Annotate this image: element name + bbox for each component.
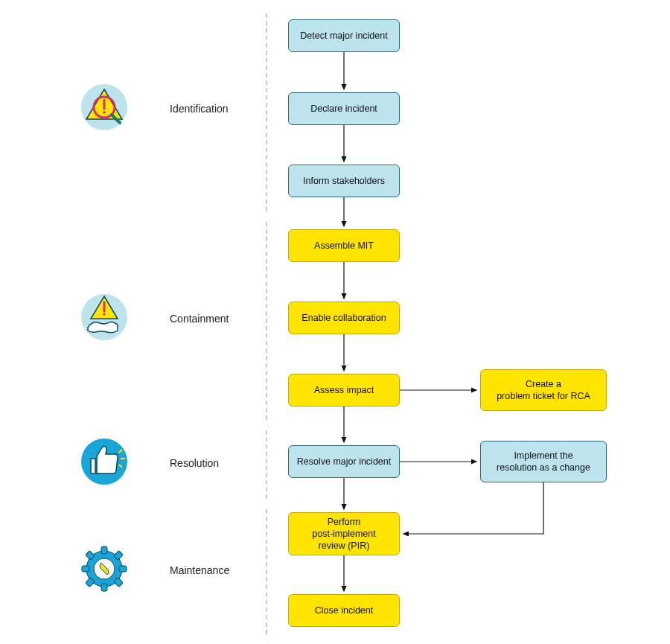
step-assemble: Assemble MIT [288, 229, 400, 262]
step-implement: Implement the resolution as a change [480, 441, 607, 482]
step-detect: Detect major incident [288, 19, 400, 52]
svg-rect-17 [82, 566, 89, 572]
svg-rect-16 [101, 584, 107, 591]
phase-label-containment: Containment [170, 313, 229, 325]
svg-rect-15 [101, 546, 107, 554]
phase-label-resolution: Resolution [170, 457, 219, 469]
identification-icon [79, 82, 130, 133]
svg-point-9 [103, 313, 105, 315]
resolution-icon [79, 436, 130, 487]
svg-point-4 [103, 111, 106, 114]
phase-divider [266, 222, 267, 420]
step-assess: Assess impact [288, 374, 400, 407]
svg-rect-18 [119, 566, 127, 572]
containment-icon [79, 292, 130, 342]
phase-divider [266, 13, 267, 211]
step-inform: Inform stakeholders [288, 165, 400, 197]
maintenance-icon [79, 543, 130, 594]
phase-label-identification: Identification [170, 103, 229, 115]
phase-divider [266, 509, 267, 634]
phase-divider [266, 430, 267, 499]
step-enable: Enable collaboration [288, 302, 400, 334]
step-create-ticket: Create a problem ticket for RCA [480, 369, 607, 411]
step-close: Close incident [288, 594, 400, 627]
phase-label-maintenance: Maintenance [170, 564, 229, 576]
step-pir: Perform post-implement review (PIR) [288, 512, 400, 555]
step-resolve: Resolve major incident [288, 445, 400, 478]
step-declare: Declare incident [288, 92, 400, 125]
